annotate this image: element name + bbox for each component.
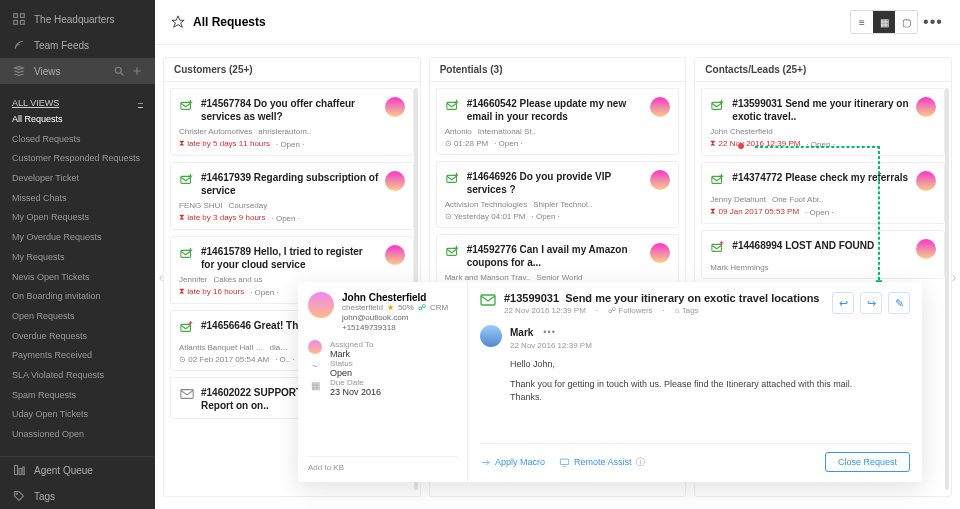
plus-icon[interactable] bbox=[131, 65, 143, 77]
avatar bbox=[308, 292, 334, 318]
view-link[interactable]: Closed Requests bbox=[0, 130, 155, 150]
ticket-detail-main: ↩ ↪ ✎ #13599031 Send me your itinerary o… bbox=[468, 282, 922, 482]
view-link[interactable]: Uday Open Tickets bbox=[0, 405, 155, 425]
svg-rect-2 bbox=[14, 21, 18, 25]
sidebar-tags[interactable]: Tags bbox=[0, 483, 155, 509]
view-link[interactable]: On Boarding invitation bbox=[0, 287, 155, 307]
ticket-card[interactable]: #14567784 Do you offer chaffeur services… bbox=[170, 88, 414, 156]
view-link[interactable]: Spam Requests bbox=[0, 386, 155, 406]
svg-rect-12 bbox=[181, 324, 191, 331]
sidebar-feeds[interactable]: Team Feeds bbox=[0, 32, 155, 58]
star-icon[interactable] bbox=[171, 15, 185, 29]
svg-rect-17 bbox=[712, 102, 722, 109]
card-view-button[interactable]: ▢ bbox=[895, 11, 917, 33]
detail-row: ~StatusOpen bbox=[308, 359, 457, 378]
view-link[interactable]: Overdue Requests bbox=[0, 327, 155, 347]
board-view-button[interactable]: ▦ bbox=[873, 11, 895, 33]
toolbar: All Requests ≡ ▦ ▢ ••• bbox=[155, 0, 960, 45]
scroll-right[interactable]: › bbox=[946, 263, 960, 291]
close-request-button[interactable]: Close Request bbox=[825, 452, 910, 472]
column-header: Contacts/Leads (25+) bbox=[695, 58, 951, 82]
msg-time: 22 Nov 2016 12:39 PM bbox=[510, 340, 910, 352]
row-icon bbox=[308, 340, 322, 354]
view-link[interactable]: All Requests bbox=[0, 110, 155, 130]
reply-button[interactable]: ↩ bbox=[832, 292, 854, 314]
tag-icon bbox=[12, 489, 26, 503]
view-link[interactable]: Customer Responded Requests bbox=[0, 149, 155, 169]
add-to-kb[interactable]: Add to KB bbox=[308, 456, 457, 472]
mail-icon bbox=[179, 386, 195, 402]
view-link[interactable]: My Overdue Requests bbox=[0, 228, 155, 248]
mail-icon bbox=[179, 97, 195, 113]
apply-macro-button[interactable]: Apply Macro bbox=[480, 456, 545, 469]
comment-button[interactable]: ✎ bbox=[888, 292, 910, 314]
feed-icon bbox=[12, 38, 26, 52]
sidebar: The Headquarters Team Feeds Views ALL VI… bbox=[0, 0, 155, 509]
card-title: #13599031 Send me your itinerary on exot… bbox=[732, 97, 910, 123]
column-header: Customers (25+) bbox=[164, 58, 420, 82]
msg-more[interactable]: ••• bbox=[543, 326, 555, 340]
view-link[interactable]: Developer Ticket bbox=[0, 169, 155, 189]
mail-icon bbox=[179, 245, 195, 261]
search-icon[interactable] bbox=[113, 65, 125, 77]
detail-row: Assigned ToMark bbox=[308, 340, 457, 359]
view-link[interactable]: My Open Requests bbox=[0, 208, 155, 228]
mail-icon bbox=[710, 97, 726, 113]
svg-rect-0 bbox=[14, 14, 18, 18]
mail-icon bbox=[179, 171, 195, 187]
avatar bbox=[385, 245, 405, 265]
avatar bbox=[385, 171, 405, 191]
view-switcher: ≡ ▦ ▢ bbox=[850, 10, 918, 34]
sidebar-top: The Headquarters Team Feeds Views bbox=[0, 0, 155, 90]
msg-hello: Hello John, bbox=[510, 358, 910, 372]
ticket-detail: John Chesterfield chesterfield★50%☍CRM j… bbox=[298, 282, 922, 482]
sidebar-hq[interactable]: The Headquarters bbox=[0, 6, 155, 32]
ticket-detail-sidebar: John Chesterfield chesterfield★50%☍CRM j… bbox=[298, 282, 468, 482]
svg-rect-7 bbox=[23, 467, 25, 475]
svg-rect-13 bbox=[181, 390, 193, 399]
ticket-card[interactable]: #14617939 Regarding subscription of serv… bbox=[170, 162, 414, 230]
svg-point-8 bbox=[16, 493, 18, 495]
sidebar-views[interactable]: Views bbox=[0, 58, 155, 84]
ticket-card[interactable]: #14592776 Can I avail my Amazon coupons … bbox=[436, 234, 680, 289]
remote-assist-button[interactable]: Remote Assist ⓘ bbox=[559, 456, 645, 469]
contact-sub: chesterfield★50%☍CRM bbox=[342, 303, 448, 312]
svg-rect-5 bbox=[15, 466, 18, 475]
view-link[interactable]: Missed Chats bbox=[0, 189, 155, 209]
sidebar-views-label: Views bbox=[34, 66, 61, 77]
svg-rect-10 bbox=[181, 176, 191, 183]
svg-rect-16 bbox=[447, 248, 457, 255]
sidebar-agent-queue[interactable]: Agent Queue bbox=[0, 457, 155, 483]
mail-icon bbox=[710, 171, 726, 187]
view-link[interactable]: Unassioned Open bbox=[0, 425, 155, 445]
ticket-card[interactable]: #14660542 Please update my new email in … bbox=[436, 88, 680, 155]
mail-icon bbox=[445, 97, 461, 113]
svg-rect-9 bbox=[181, 102, 191, 109]
all-views-header[interactable]: ALL VIEWS– bbox=[0, 92, 155, 110]
msg-sender: Mark bbox=[510, 325, 533, 340]
view-link[interactable]: Payments Received bbox=[0, 346, 155, 366]
mail-icon bbox=[179, 319, 195, 335]
more-button[interactable]: ••• bbox=[922, 11, 944, 33]
view-link[interactable]: SLA Violated Requests bbox=[0, 366, 155, 386]
row-icon: ~ bbox=[308, 359, 322, 373]
sidebar-feeds-label: Team Feeds bbox=[34, 40, 89, 51]
view-link[interactable]: Nevis Open Tickets bbox=[0, 268, 155, 288]
mail-icon bbox=[445, 170, 461, 186]
list-view-button[interactable]: ≡ bbox=[851, 11, 873, 33]
svg-rect-20 bbox=[481, 295, 495, 305]
ticket-card[interactable]: #14374772 Please check my referralsJenny… bbox=[701, 162, 945, 224]
view-link[interactable]: My Requests bbox=[0, 248, 155, 268]
forward-button[interactable]: ↪ bbox=[860, 292, 882, 314]
ticket-card[interactable]: #14468994 LOST AND FOUNDMark Hemmings bbox=[701, 230, 945, 279]
view-link[interactable]: Open Requests bbox=[0, 307, 155, 327]
avatar bbox=[916, 239, 936, 259]
msg-thanks: Thanks. bbox=[510, 391, 910, 405]
avatar bbox=[480, 325, 502, 347]
toolbar-right: ≡ ▦ ▢ ••• bbox=[850, 10, 944, 34]
card-title: #14374772 Please check my referrals bbox=[732, 171, 910, 191]
ticket-card[interactable]: #14646926 Do you provide VIP services ?A… bbox=[436, 161, 680, 228]
contact-phone: +15149739318 bbox=[342, 323, 448, 332]
avatar bbox=[916, 97, 936, 117]
svg-rect-1 bbox=[21, 14, 25, 18]
